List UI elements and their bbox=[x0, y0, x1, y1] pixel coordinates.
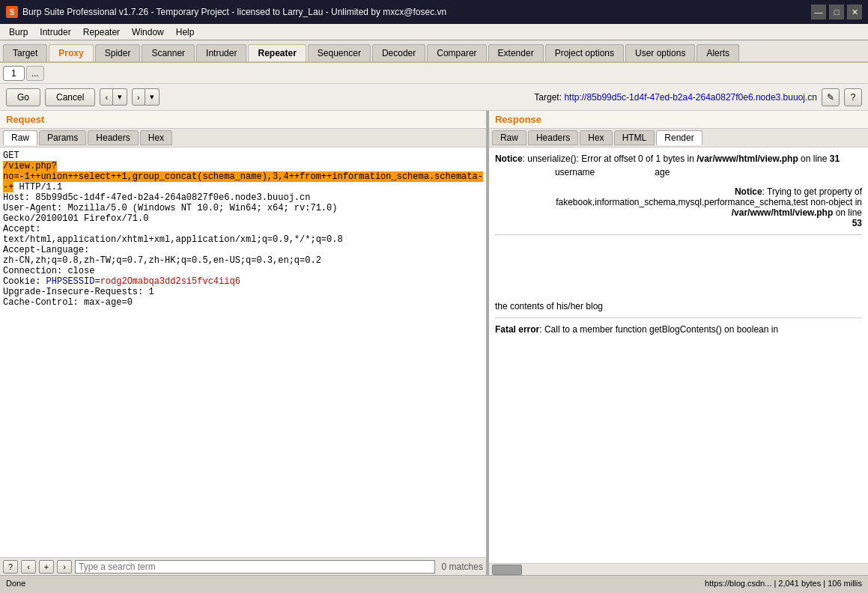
menu-help[interactable]: Help bbox=[170, 25, 201, 39]
response-tab-render[interactable]: Render bbox=[656, 130, 702, 145]
edit-target-button[interactable]: ✎ bbox=[822, 88, 840, 106]
help-button[interactable]: ? bbox=[844, 88, 862, 106]
response-tabs: Raw Headers Hex HTML Render bbox=[489, 129, 868, 148]
go-button[interactable]: Go bbox=[6, 88, 40, 106]
next-button[interactable]: › bbox=[132, 88, 145, 106]
tab-proxy[interactable]: Proxy bbox=[49, 44, 93, 61]
maximize-button[interactable]: □ bbox=[829, 4, 844, 19]
request-content-area[interactable]: GET /view.php?no=-1++union++select++1,gr… bbox=[0, 148, 486, 557]
notice1-after: on line bbox=[798, 153, 830, 164]
req-line9: zh-CN,zh;q=0.8,zh-TW;q=0.7,zh-HK;q=0.5,e… bbox=[3, 255, 321, 266]
notice2-data: fakebook,information_schema,mysql,perfor… bbox=[556, 197, 808, 207]
req-line13: Cache-Control: max-age=0 bbox=[3, 297, 133, 308]
notice2-file: /var/www/html/view.php bbox=[732, 207, 834, 218]
search-prev-button[interactable]: ‹ bbox=[21, 560, 36, 574]
tab-target[interactable]: Target bbox=[3, 44, 47, 61]
repeater-tab-more[interactable]: ... bbox=[26, 66, 44, 81]
menu-intruder[interactable]: Intruder bbox=[34, 25, 76, 39]
repeater-tab-1[interactable]: 1 bbox=[3, 66, 25, 81]
tab-extender[interactable]: Extender bbox=[488, 44, 544, 61]
prev-button[interactable]: ‹ bbox=[100, 88, 113, 106]
next-nav-group: › ▾ bbox=[132, 88, 160, 106]
cancel-button[interactable]: Cancel bbox=[45, 88, 95, 106]
req-line2-highlight: /view.php?no=-1++union++select++1,group_… bbox=[3, 161, 483, 192]
request-tab-headers[interactable]: Headers bbox=[88, 130, 138, 145]
title-bar: S Burp Suite Professional v1.7.26 - Temp… bbox=[0, 0, 868, 24]
toolbar: Go Cancel ‹ ▾ › ▾ Target: http://85b99d5… bbox=[0, 84, 868, 111]
req-line5: Gecko/20100101 Firefox/71.0 bbox=[3, 213, 148, 224]
next-drop-button[interactable]: ▾ bbox=[145, 88, 160, 106]
response-hr1 bbox=[495, 234, 862, 235]
tab-scanner[interactable]: Scanner bbox=[142, 44, 195, 61]
fatal-error-label: Fatal error bbox=[495, 324, 539, 335]
repeater-tab-bar: 1 ... bbox=[0, 63, 868, 84]
tab-spider[interactable]: Spider bbox=[95, 44, 141, 61]
menu-bar: Burp Intruder Repeater Window Help bbox=[0, 24, 868, 40]
tab-decoder[interactable]: Decoder bbox=[372, 44, 425, 61]
req-cookie-val: rodg2Omabqa3dd2si5fvc4iiq6 bbox=[100, 276, 240, 287]
fatal-error-text: : Call to a member function getBlogConte… bbox=[539, 324, 778, 335]
response-title: Response bbox=[489, 111, 868, 129]
notice1-file: /var/www/html/view.php bbox=[696, 153, 798, 164]
request-tabs: Raw Params Headers Hex bbox=[0, 129, 486, 148]
req-line6: Accept: bbox=[3, 224, 40, 234]
title-bar-left: S Burp Suite Professional v1.7.26 - Temp… bbox=[6, 6, 446, 18]
req-line7: text/html,application/xhtml+xml,applicat… bbox=[3, 234, 343, 245]
tab-intruder[interactable]: Intruder bbox=[196, 44, 246, 61]
req-cookie-eq: = bbox=[94, 276, 100, 287]
search-next-button[interactable]: + bbox=[39, 560, 54, 574]
request-panel: Request Raw Params Headers Hex GET /view… bbox=[0, 111, 488, 575]
req-line3: Host: 85b99d5c-1d4f-47ed-b2a4-264a0827f0… bbox=[3, 192, 310, 203]
search-input[interactable] bbox=[75, 560, 435, 574]
request-search-bar: ? ‹ + › 0 matches bbox=[0, 557, 486, 575]
request-tab-raw[interactable]: Raw bbox=[3, 130, 37, 145]
notice1-label: Notice bbox=[495, 153, 523, 164]
field-age: age bbox=[625, 167, 699, 177]
tab-sequencer[interactable]: Sequencer bbox=[308, 44, 371, 61]
request-tab-params[interactable]: Params bbox=[39, 130, 86, 145]
response-fields-table: username age bbox=[495, 167, 699, 177]
response-fatal-error: Fatal error: Call to a member function g… bbox=[495, 324, 862, 335]
response-spacer bbox=[495, 241, 862, 301]
target-label: Target: bbox=[534, 92, 562, 103]
notice2-after: non-object in bbox=[808, 197, 862, 207]
response-blog-text: the contents of his/her blog bbox=[495, 301, 862, 311]
menu-window[interactable]: Window bbox=[126, 25, 170, 39]
tab-repeater[interactable]: Repeater bbox=[248, 44, 306, 61]
tab-user-options[interactable]: User options bbox=[625, 44, 695, 61]
response-panel: Response Raw Headers Hex HTML Render Not… bbox=[489, 111, 868, 575]
menu-burp[interactable]: Burp bbox=[3, 25, 34, 39]
hscroll-thumb[interactable] bbox=[492, 565, 522, 575]
req-line11-prefix: Cookie: bbox=[3, 276, 46, 287]
response-tab-headers[interactable]: Headers bbox=[528, 130, 578, 145]
tab-project-options[interactable]: Project options bbox=[545, 44, 624, 61]
request-tab-hex[interactable]: Hex bbox=[140, 130, 172, 145]
menu-repeater[interactable]: Repeater bbox=[77, 25, 126, 39]
app-icon: S bbox=[6, 6, 18, 18]
window-title: Burp Suite Professional v1.7.26 - Tempor… bbox=[22, 7, 446, 17]
prev-drop-button[interactable]: ▾ bbox=[113, 88, 127, 106]
help-search-button[interactable]: ? bbox=[3, 560, 18, 574]
response-notice1: Notice: unserialize(): Error at offset 0… bbox=[495, 153, 862, 164]
req-line4: User-Agent: Mozilla/5.0 (Windows NT 10.0… bbox=[3, 203, 337, 213]
status-bar: Done https://blog.csdn... | 2,041 bytes … bbox=[0, 575, 868, 590]
response-tab-hex[interactable]: Hex bbox=[580, 130, 612, 145]
search-add-button[interactable]: › bbox=[57, 560, 72, 574]
field-username: username bbox=[495, 167, 625, 177]
response-tab-html[interactable]: HTML bbox=[614, 130, 655, 145]
main-tab-bar: Target Proxy Spider Scanner Intruder Rep… bbox=[0, 40, 868, 63]
notice2-line: 53 bbox=[852, 218, 862, 228]
request-title: Request bbox=[0, 111, 486, 129]
response-notice2: Notice: Trying to get property of fakebo… bbox=[495, 186, 862, 228]
notice1-line: 31 bbox=[830, 153, 840, 164]
tab-alerts[interactable]: Alerts bbox=[696, 44, 739, 61]
close-button[interactable]: ✕ bbox=[847, 4, 862, 19]
status-right: https://blog.csdn... | 2,041 bytes | 106… bbox=[705, 579, 862, 588]
tab-comparer[interactable]: Comparer bbox=[427, 44, 486, 61]
response-content-area[interactable]: Notice: unserialize(): Error at offset 0… bbox=[489, 148, 868, 563]
minimize-button[interactable]: — bbox=[811, 4, 826, 19]
response-hscroll[interactable] bbox=[489, 563, 868, 575]
req-line12: Upgrade-Insecure-Requests: 1 bbox=[3, 287, 154, 297]
response-tab-raw[interactable]: Raw bbox=[492, 130, 526, 145]
notice2-after2: on line bbox=[833, 207, 862, 218]
